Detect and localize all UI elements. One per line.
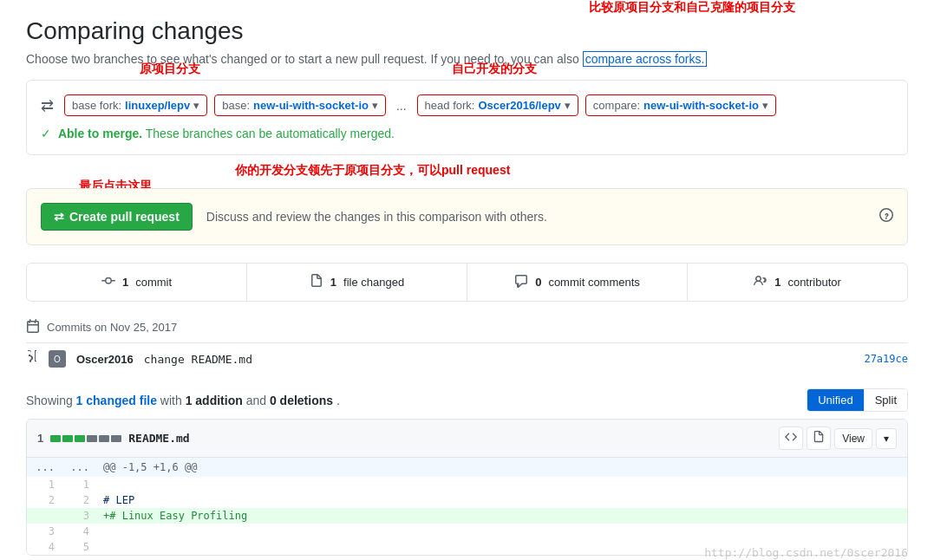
compare-icon: ⇄ bbox=[41, 96, 54, 115]
head-fork-caret: ▾ bbox=[565, 99, 571, 112]
color-block-gray bbox=[87, 435, 97, 442]
stats-row: 1 commit 1 file changed 0 commit comment… bbox=[26, 263, 908, 302]
comments-icon bbox=[514, 274, 528, 290]
file-actions: View ▾ bbox=[779, 427, 897, 450]
line-content-2: # LEP bbox=[96, 492, 907, 508]
head-fork-label: head fork: bbox=[425, 99, 475, 112]
file-number: 1 bbox=[37, 432, 43, 445]
base-value: new-ui-with-socket-io bbox=[253, 99, 369, 112]
annotation-head: 自己开发的分支 bbox=[452, 62, 537, 77]
base-fork-select[interactable]: base fork: linuxep/lepv ▾ bbox=[64, 94, 207, 116]
changed-file-link[interactable]: 1 changed file bbox=[76, 394, 157, 407]
diff-line-3: 3 4 bbox=[27, 524, 907, 539]
compare-caret: ▾ bbox=[762, 99, 768, 112]
base-caret: ▾ bbox=[372, 99, 378, 112]
merge-text: These branches can be automatically merg… bbox=[146, 127, 395, 140]
line-old-3: 3 bbox=[27, 524, 62, 539]
file-color-bar bbox=[50, 435, 121, 442]
file-name: README.md bbox=[128, 432, 189, 445]
contributors-icon bbox=[754, 274, 767, 290]
view-button[interactable]: View bbox=[834, 428, 872, 449]
commits-section: Commits on Nov 25, 2017 O Oscer2016 chan… bbox=[26, 319, 908, 374]
color-block-green2 bbox=[62, 435, 73, 442]
annotation-pullreq: 你的开发分支领先于原项目分支，可以pull request bbox=[235, 163, 510, 179]
comments-count: 0 bbox=[535, 276, 541, 289]
compare-branch-select[interactable]: compare: new-ui-with-socket-io ▾ bbox=[585, 94, 776, 116]
commits-date: Commits on Nov 25, 2017 bbox=[26, 319, 908, 335]
line-content-1 bbox=[96, 477, 907, 492]
files-icon bbox=[310, 274, 323, 290]
view-toggle: Unified Split bbox=[807, 388, 908, 412]
contributors-count: 1 bbox=[774, 276, 781, 289]
merge-checkmark: ✓ bbox=[41, 127, 51, 140]
commit-branch-icon bbox=[26, 350, 38, 368]
commit-author[interactable]: Oscer2016 bbox=[76, 353, 134, 366]
file-header: 1 README.md View ▾ bbox=[27, 420, 907, 458]
compare-label: compare: bbox=[593, 99, 640, 112]
stat-commits[interactable]: 1 commit bbox=[27, 264, 247, 301]
diff-line-added: 3 +# Linux Easy Profiling bbox=[27, 508, 907, 524]
line-content-4 bbox=[96, 539, 907, 555]
hunk-new-num: ... bbox=[62, 458, 96, 477]
stat-contributors[interactable]: 1 contributor bbox=[688, 264, 907, 301]
diff-header: Showing 1 changed file with 1 addition a… bbox=[26, 388, 908, 412]
create-pr-button[interactable]: ⇄ Create pull request bbox=[41, 203, 193, 231]
commit-sha[interactable]: 27a19ce bbox=[864, 353, 908, 365]
unified-view-button[interactable]: Unified bbox=[807, 389, 864, 411]
line-old-4: 4 bbox=[27, 539, 62, 555]
page-title: Comparing changes bbox=[26, 17, 908, 45]
diff-line-2: 2 2 # LEP bbox=[27, 492, 907, 508]
line-content-added: +# Linux Easy Profiling bbox=[96, 508, 907, 524]
diff-hunk-row: ... ... @@ -1,5 +1,6 @@ bbox=[27, 458, 907, 477]
pr-description: Discuss and review the changes in this c… bbox=[206, 210, 547, 224]
line-new-1: 1 bbox=[62, 477, 96, 492]
commits-icon bbox=[101, 274, 115, 290]
commit-message: change README.md bbox=[144, 353, 854, 366]
base-branch-select[interactable]: base: new-ui-with-socket-io ▾ bbox=[214, 94, 386, 116]
line-new-4: 5 bbox=[62, 539, 96, 555]
merge-status: ✓ Able to merge. These branches can be a… bbox=[41, 127, 893, 140]
hunk-old-num: ... bbox=[27, 458, 62, 477]
line-content-3 bbox=[96, 524, 907, 539]
color-block-gray3 bbox=[111, 435, 121, 442]
commit-row: O Oscer2016 change README.md 27a19ce bbox=[26, 342, 908, 374]
ellipsis: ... bbox=[393, 99, 410, 113]
head-fork-value: Oscer2016/lepv bbox=[478, 99, 560, 112]
code-view-icon[interactable] bbox=[779, 427, 803, 450]
commits-count: 1 bbox=[122, 276, 128, 289]
base-fork-caret: ▾ bbox=[193, 99, 199, 112]
merge-able: Able to merge. bbox=[58, 127, 142, 140]
files-count: 1 bbox=[330, 276, 336, 289]
base-label: base: bbox=[222, 99, 250, 112]
expand-button[interactable]: ▾ bbox=[876, 428, 897, 449]
pr-button-icon: ⇄ bbox=[54, 210, 64, 224]
commits-label: commit bbox=[135, 276, 172, 289]
pr-help-icon[interactable] bbox=[879, 208, 893, 225]
pr-area: ⇄ Create pull request Discuss and review… bbox=[26, 188, 908, 245]
base-fork-label: base fork: bbox=[72, 99, 121, 112]
hunk-content: @@ -1,5 +1,6 @@ bbox=[96, 458, 907, 477]
color-block-gray2 bbox=[99, 435, 109, 442]
compare-forks-link[interactable]: compare across forks. bbox=[583, 51, 708, 67]
split-view-button[interactable]: Split bbox=[865, 389, 907, 411]
file-view-icon[interactable] bbox=[807, 427, 831, 450]
line-new-3: 4 bbox=[62, 524, 96, 539]
line-new-added: 3 bbox=[62, 508, 96, 524]
showing-text: Showing 1 changed file with 1 addition a… bbox=[26, 394, 340, 407]
stat-comments[interactable]: 0 commit comments bbox=[467, 264, 688, 301]
base-fork-value: linuxep/lepv bbox=[125, 99, 190, 112]
contributors-label: contributor bbox=[787, 276, 840, 289]
files-label: file changed bbox=[343, 276, 404, 289]
stat-files[interactable]: 1 file changed bbox=[247, 264, 467, 301]
annotation-top-right: 比较原项目分支和自己克隆的项目分支 bbox=[589, 0, 795, 16]
commit-avatar: O bbox=[49, 350, 66, 368]
pr-button-label: Create pull request bbox=[69, 210, 180, 224]
commits-date-text: Commits on Nov 25, 2017 bbox=[47, 321, 177, 334]
line-old-2: 2 bbox=[27, 492, 62, 508]
color-block-green bbox=[50, 435, 61, 442]
head-fork-select[interactable]: head fork: Oscer2016/lepv ▾ bbox=[417, 94, 578, 116]
commits-date-icon bbox=[26, 319, 40, 335]
diff-table: ... ... @@ -1,5 +1,6 @@ 1 1 2 2 # LEP bbox=[27, 458, 907, 555]
line-old-added bbox=[27, 508, 62, 524]
annotation-base: 原项目分支 bbox=[140, 62, 200, 77]
